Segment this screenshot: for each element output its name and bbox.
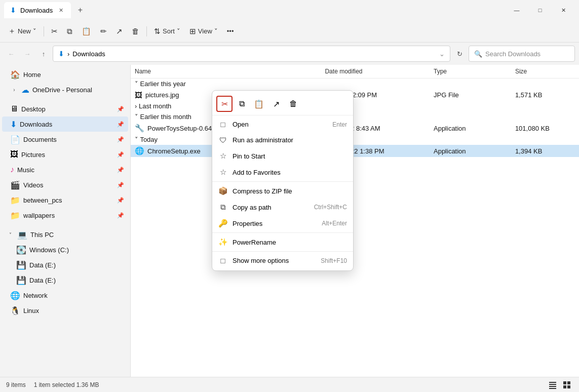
windows-c-icon: 💽 [16, 245, 26, 255]
ctx-copy-button[interactable]: ⧉ [234, 96, 250, 112]
status-bar: 9 items 1 item selected 1.36 MB [0, 377, 579, 392]
paste-icon: 📋 [82, 27, 91, 36]
sidebar-item-videos[interactable]: 🎬 Videos 📌 [2, 177, 128, 192]
rename-button[interactable]: ✏ [96, 23, 111, 40]
refresh-button[interactable]: ↻ [452, 47, 467, 61]
ctx-show-more-label: Show more options [233, 257, 316, 264]
context-toolbar: ✂ ⧉ 📋 ↗ 🗑 [212, 93, 353, 115]
more-button[interactable]: ••• [223, 23, 238, 40]
sidebar-label-music: Music [17, 166, 114, 174]
ctx-pin-start-label: Pin to Start [233, 152, 347, 160]
ctx-add-favorites[interactable]: ☆ Add to Favorites [212, 164, 353, 180]
thispc-expand: ˅ [6, 232, 14, 238]
new-tab-button[interactable]: + [73, 3, 87, 17]
share-icon: ↗ [116, 27, 123, 36]
svg-rect-5 [567, 381, 570, 384]
new-dropdown-icon: ˅ [33, 27, 36, 35]
delete-button[interactable]: 🗑 [128, 23, 143, 40]
sidebar-label-thispc: This PC [30, 231, 124, 239]
sidebar-label-pictures: Pictures [21, 151, 114, 159]
sidebar-item-network[interactable]: 🌐 Network [2, 288, 128, 303]
sidebar-item-home[interactable]: 🏠 Home [2, 67, 128, 82]
tab-close-button[interactable]: ✕ [57, 6, 65, 14]
sidebar-item-onedrive[interactable]: › ☁ OneDrive - Personal [2, 82, 128, 97]
sidebar-item-windows-c[interactable]: 💽 Windows (C:) [2, 242, 128, 257]
ctx-cut-button[interactable]: ✂ [216, 96, 233, 112]
ctx-paste-button[interactable]: 📋 [251, 96, 267, 112]
ctx-show-more-icon: □ [218, 256, 227, 265]
details-view-button[interactable] [547, 379, 559, 391]
ctx-open-icon: □ [218, 120, 227, 129]
downloads-icon: ⬇ [10, 120, 17, 129]
path-separator: › [67, 50, 69, 58]
search-placeholder: Search Downloads [485, 50, 541, 58]
view-label: View [198, 27, 212, 35]
onedrive-icon: ☁ [21, 85, 29, 95]
sidebar-item-pictures[interactable]: 🖼 Pictures 📌 [2, 147, 128, 162]
ctx-run-admin-icon: 🛡 [218, 136, 227, 144]
ctx-copy-path[interactable]: ⧉ Copy as path Ctrl+Shift+C [212, 199, 353, 215]
delete-icon: 🗑 [132, 27, 139, 35]
ctx-open[interactable]: □ Open Enter [212, 116, 353, 132]
toolbar-separator-1 [44, 26, 44, 36]
tiles-view-icon [563, 381, 571, 389]
sidebar-label-home: Home [23, 71, 124, 79]
ctx-run-admin[interactable]: 🛡 Run as administrator [212, 132, 353, 148]
back-button[interactable]: ← [4, 47, 18, 61]
view-button[interactable]: ⊞ View ˅ [185, 23, 222, 40]
forward-button[interactable]: → [20, 47, 34, 61]
sidebar-item-documents[interactable]: 📄 Documents 📌 [2, 132, 128, 147]
sidebar-item-data-e1[interactable]: 💾 Data (E:) [2, 257, 128, 272]
svg-rect-6 [563, 385, 566, 388]
sidebar-item-data-e2[interactable]: 💾 Data (E:) [2, 272, 128, 288]
sidebar-label-onedrive: OneDrive - Personal [32, 86, 124, 94]
sidebar-item-between-pcs[interactable]: 📁 between_pcs 📌 [2, 192, 128, 208]
share-button[interactable]: ↗ [112, 23, 127, 40]
sidebar-item-downloads[interactable]: ⬇ Downloads 📌 [2, 116, 128, 132]
ctx-powerrename[interactable]: ✨ PowerRename [212, 234, 353, 250]
svg-rect-7 [567, 385, 570, 388]
title-bar: ⬇ Downloads ✕ + — □ ✕ [0, 0, 579, 20]
search-icon: 🔍 [474, 50, 482, 58]
sidebar-label-between-pcs: between_pcs [23, 197, 114, 204]
sidebar-item-linux[interactable]: 🐧 Linux [2, 303, 128, 318]
new-button[interactable]: ＋ New ˅ [4, 23, 41, 40]
ctx-open-label: Open [233, 121, 327, 128]
ctx-share-button[interactable]: ↗ [268, 96, 284, 112]
data-e2-icon: 💾 [16, 276, 26, 285]
copy-button[interactable]: ⧉ [63, 23, 76, 40]
sort-button[interactable]: ⇅ Sort ˅ [150, 23, 184, 40]
ctx-show-more[interactable]: □ Show more options Shift+F10 [212, 253, 353, 268]
close-button[interactable]: ✕ [552, 2, 575, 18]
desktop-pin: 📌 [117, 106, 124, 112]
content-area: Name Date modified Type Size ˅ Earlier t… [131, 65, 579, 377]
cut-button[interactable]: ✂ [47, 23, 62, 40]
ctx-compress-zip[interactable]: 📦 Compress to ZIP file [212, 183, 353, 199]
context-menu-overlay[interactable]: ✂ ⧉ 📋 ↗ 🗑 □ Open Enter 🛡 Run as administ… [131, 65, 579, 377]
wallpapers-icon: 📁 [10, 211, 20, 220]
ctx-separator-2 [212, 232, 353, 233]
sidebar-label-windows-c: Windows (C:) [29, 246, 124, 254]
downloads-pin: 📌 [117, 121, 124, 128]
minimize-button[interactable]: — [505, 2, 528, 18]
ctx-pin-start[interactable]: ☆ Pin to Start [212, 148, 353, 164]
ctx-properties-icon: 🔑 [218, 219, 227, 228]
pictures-icon: 🖼 [10, 150, 18, 159]
tab-downloads[interactable]: ⬇ Downloads ✕ [4, 2, 71, 18]
sidebar-item-music[interactable]: ♪ Music 📌 [2, 162, 128, 177]
paste-button[interactable]: 📋 [78, 23, 95, 40]
maximize-button[interactable]: □ [528, 2, 552, 18]
ctx-properties-label: Properties [233, 220, 317, 227]
path-dropdown-icon[interactable]: ⌄ [439, 50, 445, 58]
tiles-view-button[interactable] [561, 379, 573, 391]
address-bar[interactable]: ⬇ › Downloads ⌄ [53, 46, 450, 62]
ctx-delete-button[interactable]: 🗑 [285, 96, 301, 112]
sidebar-item-wallpapers[interactable]: 📁 wallpapers 📌 [2, 208, 128, 223]
sidebar-item-desktop[interactable]: 🖥 Desktop 📌 [2, 101, 128, 116]
sidebar-item-thispc[interactable]: ˅ 💻 This PC [2, 227, 128, 242]
address-row: ← → ↑ ⬇ › Downloads ⌄ ↻ 🔍 Search Downloa… [0, 43, 579, 65]
search-box[interactable]: 🔍 Search Downloads [469, 46, 575, 62]
up-button[interactable]: ↑ [36, 47, 51, 61]
ctx-compress-icon: 📦 [218, 186, 227, 195]
ctx-properties[interactable]: 🔑 Properties Alt+Enter [212, 215, 353, 231]
